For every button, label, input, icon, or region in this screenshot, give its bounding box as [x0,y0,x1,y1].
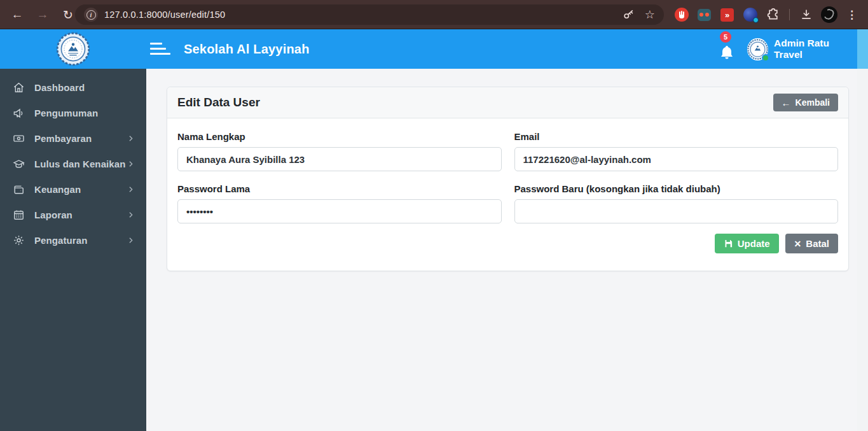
page-scrollbar[interactable] [857,29,868,431]
address-bar[interactable]: i 127.0.0.1:8000/user/edit/150 ☆ [75,4,664,25]
email-label: Email [514,131,839,142]
gear-icon [13,234,25,246]
chevron-right-icon [127,185,135,194]
cancel-button[interactable]: ✕ Batal [785,234,838,253]
user-name: Admin Ratu Travel [774,38,854,60]
sidebar-toggle-icon[interactable] [150,41,170,57]
field-nama-lengkap: Nama Lengkap [177,131,502,171]
nama-lengkap-label: Nama Lengkap [177,131,502,142]
bookmark-star-icon[interactable]: ☆ [645,8,655,22]
page-title: Edit Data User [177,95,260,110]
card-header: Edit Data User ← Kembali [167,87,848,118]
downloads-icon[interactable] [797,6,815,24]
forward-icon: → [33,5,52,24]
sidebar-item-pengaturan[interactable]: Pengaturan [0,227,146,253]
sidebar-item-label: Keuangan [34,184,81,195]
online-status-dot [762,54,769,62]
adblock-extension-icon[interactable] [673,6,690,24]
email-input[interactable] [514,147,839,171]
field-password-lama: Password Lama [177,183,502,223]
robot-extension-icon[interactable] [696,6,713,24]
back-button[interactable]: ← Kembali [773,94,838,111]
back-button-label: Kembali [796,97,830,108]
password-baru-input[interactable] [514,199,839,223]
chevron-right-icon [127,236,135,244]
sidebar-item-label: Laporan [34,209,72,220]
update-button-label: Update [738,238,770,249]
card-body: Nama Lengkap Email Password Lama Passwor… [167,118,848,253]
site-info-icon[interactable]: i [84,8,98,22]
menu-kebab-icon[interactable]: ⋮ [843,6,860,24]
sidebar-item-label: Pengaturan [34,235,88,246]
megaphone-icon [13,107,25,119]
edit-user-card: Edit Data User ← Kembali Nama Lengkap Em… [167,87,849,271]
school-logo-icon [56,32,90,66]
wallet-icon [13,183,25,195]
arrow-left-icon: ← [782,98,791,108]
user-avatar [747,38,768,60]
sidebar-nav: Dashboard Pengumuman Pembayaran L [0,69,146,431]
app-title: Sekolah Al Layyinah [184,29,310,69]
back-icon[interactable]: ← [8,5,27,24]
graduation-icon [13,158,25,170]
toolbar-divider [789,9,790,20]
field-email: Email [514,131,839,171]
globe-extension-icon[interactable] [741,6,759,24]
form-actions: Update ✕ Batal [177,234,838,253]
browser-toolbar: ← → ↻ i 127.0.0.1:8000/user/edit/150 ☆ [0,0,868,29]
sidebar-item-pengumuman[interactable]: Pengumuman [0,100,146,125]
chevron-right-icon [127,211,135,219]
x-icon: ✕ [794,239,802,249]
fast-forward-extension-icon[interactable]: » [719,6,736,24]
sidebar-item-keuangan[interactable]: Keuangan [0,176,146,202]
scrollbar-thumb[interactable] [857,29,868,69]
nama-lengkap-input[interactable] [177,147,502,171]
extensions-puzzle-icon[interactable] [764,6,782,24]
password-key-icon[interactable] [623,9,635,21]
sidebar-item-pembayaran[interactable]: Pembayaran [0,125,146,151]
calendar-icon [13,209,25,221]
banknote-icon [13,132,25,145]
password-baru-label: Password Baru (kosongkan jika tidak diub… [514,183,839,194]
cancel-button-label: Batal [806,238,829,249]
profile-avatar-icon[interactable] [820,6,837,24]
password-lama-label: Password Lama [177,183,502,194]
field-password-baru: Password Baru (kosongkan jika tidak diub… [514,183,839,223]
home-icon [13,81,25,94]
sidebar-item-label: Lulus dan Kenaikan [34,159,126,169]
notification-badge: 5 [720,31,731,43]
sidebar-item-lulus-dan-kenaikan[interactable]: Lulus dan Kenaikan [0,151,146,176]
user-menu[interactable]: Admin Ratu Travel [747,29,868,69]
bell-icon [719,45,734,61]
sidebar-item-dashboard[interactable]: Dashboard [0,74,146,100]
url-text[interactable]: 127.0.0.1:8000/user/edit/150 [104,10,225,20]
sidebar-item-label: Pengumuman [34,108,98,118]
chevron-right-icon [127,160,135,168]
chevron-right-icon [127,134,135,143]
sidebar-item-label: Pembayaran [34,133,92,144]
sidebar-item-laporan[interactable]: Laporan [0,202,146,227]
sidebar-item-label: Dashboard [34,82,85,93]
update-button[interactable]: Update [715,234,779,253]
password-lama-input[interactable] [177,199,502,223]
brand-logo-zone[interactable] [0,29,146,69]
notifications-button[interactable]: 5 [713,29,740,69]
save-icon [724,239,733,248]
app-header: Sekolah Al Layyinah 5 Admin Ratu Travel [0,29,868,69]
